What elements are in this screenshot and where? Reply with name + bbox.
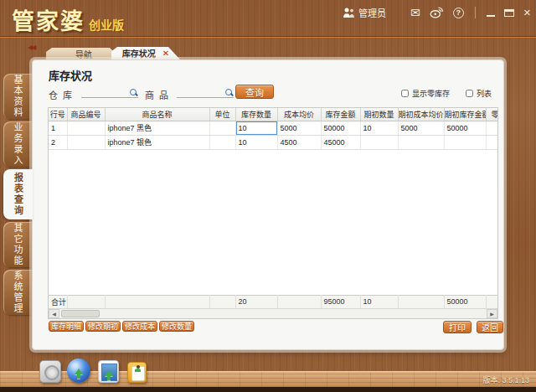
totals-cell — [398, 295, 444, 308]
drive-icon[interactable] — [39, 360, 61, 383]
user-icon — [343, 8, 355, 18]
cell-qty-selected[interactable]: 10 — [235, 121, 277, 135]
cell-amount[interactable]: 50000 — [321, 121, 360, 135]
app-window: 管家婆创业版 管理员 ✉ ? ✕ ◀◀ 导航 库存状况 ✕ — [0, 0, 536, 392]
cell-init-amount[interactable] — [444, 135, 486, 149]
cell-product-name[interactable]: iphone7 银色 — [105, 135, 209, 149]
totals-label: 合计 — [49, 295, 67, 308]
cell-init-avg-cost[interactable]: 5000 — [398, 121, 444, 135]
back-button[interactable]: 返回 — [477, 321, 503, 333]
app-logo: 管家婆创业版 — [12, 3, 124, 36]
query-button[interactable]: 查询 — [235, 85, 274, 99]
scroll-right-icon[interactable]: ▶ — [487, 309, 497, 318]
logo-main-text: 管家婆 — [12, 9, 85, 34]
sidebar-item-report-query[interactable]: 报表查询 — [3, 169, 33, 219]
inventory-status-panel: 库存状况 仓 库 商 品 查询 显示零库存 列表 行号 — [32, 59, 504, 350]
close-button[interactable]: ✕ — [523, 8, 531, 18]
cell-unit[interactable] — [209, 121, 235, 135]
modify-qty-button[interactable]: 修改数量 — [159, 321, 194, 332]
user-card-icon[interactable] — [127, 362, 147, 383]
collapse-tabs-icon[interactable]: ◀◀ — [28, 44, 34, 51]
cell-avg-cost[interactable]: 4500 — [277, 135, 321, 149]
show-zero-stock-label: 显示零库存 — [412, 88, 450, 99]
cell-amount[interactable]: 45000 — [321, 135, 360, 149]
col-header[interactable]: 库存金额 — [321, 108, 360, 121]
weibo-icon[interactable] — [430, 7, 444, 18]
cell-qty[interactable]: 10 — [235, 135, 277, 149]
scrollbar-track[interactable] — [100, 309, 487, 318]
show-zero-stock-checkbox-input[interactable] — [401, 90, 409, 97]
col-header[interactable]: 期初数量 — [360, 108, 398, 121]
product-label: 商 品 — [145, 88, 168, 101]
sidebar-item-system-management[interactable]: 系统管理 — [3, 270, 32, 315]
sidebar-item-basic-data[interactable]: 基本资料 — [3, 74, 32, 119]
col-header[interactable]: 成本均价 — [277, 108, 321, 121]
col-header[interactable]: 库存数量 — [235, 108, 277, 121]
help-icon[interactable]: ? — [453, 8, 464, 18]
tab-navigation[interactable]: 导航 — [46, 48, 121, 59]
modify-opening-button[interactable]: 修改期初 — [85, 321, 121, 332]
sidebar-item-label: 业务录入 — [11, 122, 24, 166]
mail-icon[interactable]: ✉ — [410, 7, 420, 18]
cell-product-no[interactable] — [67, 121, 105, 135]
cell-row-no[interactable]: 1 — [49, 121, 67, 135]
modify-cost-button[interactable]: 修改成本 — [122, 321, 157, 332]
print-button[interactable]: 打印 — [443, 321, 472, 333]
cell-retail[interactable] — [486, 121, 498, 135]
cell-product-name[interactable]: iphone7 黑色 — [105, 121, 209, 135]
sidebar-item-label: 其它功能 — [11, 223, 24, 266]
col-header[interactable]: 商品编号 — [67, 108, 105, 121]
list-view-checkbox[interactable]: 列表 — [466, 88, 492, 99]
cell-init-qty[interactable]: 10 — [360, 121, 398, 135]
window-upload-icon[interactable] — [98, 360, 119, 383]
col-header[interactable]: 期初成本均价 — [398, 108, 444, 121]
maximize-button[interactable] — [504, 9, 514, 17]
col-header[interactable]: 商品名称 — [105, 108, 209, 121]
totals-cell — [209, 295, 235, 308]
minimize-button[interactable] — [487, 15, 495, 17]
sidebar-item-label: 报表查询 — [12, 173, 25, 216]
product-search-icon[interactable] — [225, 89, 234, 97]
page-title: 库存状况 — [49, 67, 92, 83]
horizontal-scrollbar[interactable]: ◀ ▶ — [49, 308, 497, 318]
cell-unit[interactable] — [209, 135, 235, 149]
inventory-detail-button[interactable]: 库存明细 — [49, 321, 84, 332]
current-user[interactable]: 管理员 — [343, 6, 386, 19]
warehouse-search-icon[interactable] — [130, 89, 138, 97]
totals-row: 合计 20 95000 10 50000 — [49, 295, 498, 309]
tab-inventory-status[interactable]: 库存状况 ✕ — [111, 47, 180, 59]
cell-product-no[interactable] — [67, 135, 105, 149]
col-header[interactable]: 零售价 — [486, 108, 498, 121]
totals-cell — [105, 295, 209, 308]
totals-qty: 20 — [235, 295, 277, 308]
version-label: 版本: 3.5.1.13 — [482, 374, 529, 385]
cell-init-avg-cost[interactable] — [398, 135, 444, 149]
cell-init-qty[interactable] — [360, 135, 398, 149]
show-zero-stock-checkbox[interactable]: 显示零库存 — [401, 88, 450, 99]
inventory-table-grid: 行号 商品编号 商品名称 单位 库存数量 成本均价 库存金额 期初数量 期初成本… — [49, 108, 498, 150]
col-header[interactable]: 期初库存金额 — [444, 108, 486, 121]
list-view-checkbox-input[interactable] — [466, 90, 473, 97]
globe-upload-icon[interactable] — [67, 358, 90, 383]
table-row[interactable]: 1 iphone7 黑色 10 5000 50000 10 5000 50000 — [49, 121, 498, 135]
cell-row-no[interactable]: 2 — [49, 135, 67, 149]
sidebar-item-label: 系统管理 — [11, 271, 24, 314]
col-header[interactable]: 单位 — [209, 108, 235, 121]
sidebar-item-business-entry[interactable]: 业务录入 — [3, 121, 32, 167]
sidebar-item-label: 基本资料 — [11, 75, 24, 118]
upload-arrow-icon — [75, 364, 83, 374]
cell-avg-cost[interactable]: 5000 — [277, 121, 321, 135]
scrollbar-thumb[interactable] — [61, 310, 100, 317]
sidebar-item-other-functions[interactable]: 其它功能 — [3, 222, 32, 267]
bottom-edge — [0, 387, 536, 392]
cell-retail[interactable] — [486, 135, 498, 149]
col-header[interactable]: 行号 — [49, 108, 67, 121]
tab-inventory-status-label: 库存状况 — [122, 47, 156, 59]
cell-init-amount[interactable]: 50000 — [444, 121, 486, 135]
titlebar-divider — [0, 37, 536, 38]
table-row[interactable]: 2 iphone7 银色 10 4500 45000 — [49, 135, 498, 149]
scroll-left-icon[interactable]: ◀ — [49, 309, 59, 318]
totals-init-qty: 10 — [360, 295, 398, 308]
user-name-label: 管理员 — [358, 6, 386, 19]
tab-close-icon[interactable]: ✕ — [162, 49, 169, 58]
